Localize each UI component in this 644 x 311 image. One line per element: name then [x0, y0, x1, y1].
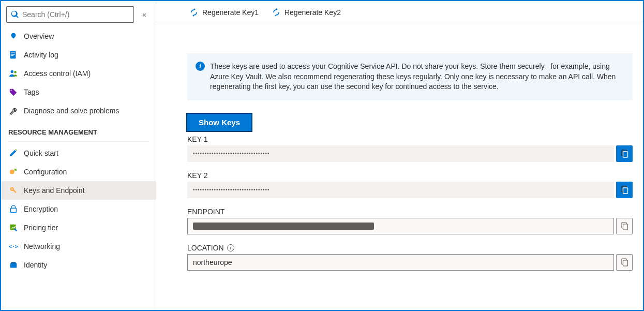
- refresh-icon: [190, 8, 198, 17]
- search-input[interactable]: [6, 6, 134, 23]
- endpoint-value[interactable]: [187, 218, 614, 234]
- refresh-icon: [272, 8, 280, 17]
- access-control-icon: [8, 68, 19, 79]
- sidebar-item-activity-log[interactable]: Activity log: [1, 46, 156, 64]
- search-icon: [11, 10, 19, 19]
- diagnose-icon: [8, 106, 19, 116]
- svg-rect-15: [11, 262, 16, 264]
- key1-value[interactable]: •••••••••••••••••••••••••••••••••: [187, 145, 614, 162]
- sidebar-item-label: Configuration: [24, 168, 67, 176]
- sidebar-item-label: Networking: [24, 242, 60, 250]
- svg-rect-14: [10, 263, 17, 268]
- svg-rect-17: [623, 152, 628, 157]
- key1-label: KEY 1: [187, 135, 633, 143]
- svg-rect-1: [11, 53, 15, 53]
- key2-field: KEY 2 •••••••••••••••••••••••••••••••••: [187, 171, 633, 198]
- key2-label: KEY 2: [187, 171, 633, 180]
- sidebar-item-label: Tags: [24, 88, 39, 96]
- info-icon[interactable]: i: [227, 244, 234, 251]
- sidebar-item-access-control[interactable]: Access control (IAM): [1, 64, 156, 83]
- identity-icon: [8, 260, 19, 270]
- overview-icon: [8, 31, 19, 41]
- copy-icon: [620, 258, 628, 266]
- copy-key2-button[interactable]: [616, 182, 633, 198]
- configuration-icon: [8, 167, 19, 177]
- svg-text:<·>: <·>: [9, 244, 18, 249]
- svg-point-6: [10, 90, 11, 91]
- svg-rect-19: [623, 188, 628, 194]
- svg-point-7: [10, 170, 14, 174]
- sidebar-divider: [8, 141, 148, 142]
- svg-point-9: [11, 188, 12, 189]
- sidebar-item-label: Diagnose and solve problems: [24, 107, 119, 115]
- regenerate-key2-button[interactable]: Regenerate Key2: [272, 8, 341, 17]
- location-field: LOCATION i northeurope: [187, 244, 633, 271]
- sidebar-item-label: Activity log: [24, 51, 58, 59]
- svg-rect-21: [623, 224, 628, 230]
- sidebar-item-quick-start[interactable]: Quick start: [1, 144, 156, 162]
- activity-log-icon: [8, 50, 19, 60]
- sidebar-item-label: Identity: [24, 261, 47, 269]
- key2-value[interactable]: •••••••••••••••••••••••••••••••••: [187, 182, 614, 198]
- copy-location-button[interactable]: [616, 254, 633, 271]
- sidebar-item-overview[interactable]: Overview: [1, 27, 156, 46]
- sidebar-item-label: Overview: [24, 32, 54, 40]
- endpoint-field: ENDPOINT: [187, 208, 633, 234]
- sidebar-item-identity[interactable]: Identity: [1, 256, 156, 274]
- info-text: These keys are used to access your Cogni…: [210, 62, 622, 92]
- sidebar-item-label: Quick start: [24, 149, 58, 157]
- pricing-icon: [8, 223, 19, 233]
- tags-icon: [8, 87, 19, 97]
- redacted-text: [193, 223, 374, 230]
- copy-key1-button[interactable]: [616, 145, 633, 162]
- endpoint-label: ENDPOINT: [187, 208, 633, 216]
- networking-icon: <·>: [8, 241, 19, 251]
- sidebar-item-keys-endpoint[interactable]: Keys and Endpoint: [1, 181, 156, 200]
- sidebar-item-diagnose[interactable]: Diagnose and solve problems: [1, 101, 156, 120]
- svg-point-5: [14, 71, 17, 73]
- svg-rect-10: [13, 189, 17, 193]
- location-label: LOCATION i: [187, 244, 633, 252]
- toolbar-label: Regenerate Key1: [202, 8, 259, 17]
- sidebar-item-encryption[interactable]: Encryption: [1, 200, 156, 218]
- sidebar: « Overview Activity log Access control (…: [1, 1, 156, 310]
- svg-rect-3: [11, 55, 14, 56]
- main-content: Regenerate Key1 Regenerate Key2 i These …: [156, 1, 643, 310]
- copy-icon: [620, 150, 628, 158]
- show-keys-button[interactable]: Show Keys: [187, 114, 251, 131]
- copy-icon: [620, 222, 628, 230]
- toolbar: Regenerate Key1 Regenerate Key2: [156, 1, 643, 22]
- sidebar-item-label: Keys and Endpoint: [24, 186, 85, 195]
- regenerate-key1-button[interactable]: Regenerate Key1: [190, 8, 259, 17]
- sidebar-scroll[interactable]: Overview Activity log Access control (IA…: [1, 27, 156, 310]
- sidebar-header: «: [1, 1, 156, 27]
- toolbar-label: Regenerate Key2: [284, 8, 341, 17]
- sidebar-item-pricing-tier[interactable]: Pricing tier: [1, 218, 156, 237]
- info-banner: i These keys are used to access your Cog…: [187, 53, 633, 100]
- sidebar-item-label: Encryption: [24, 205, 58, 213]
- sidebar-item-label: Access control (IAM): [24, 69, 91, 78]
- keys-icon: [8, 185, 19, 196]
- copy-icon: [620, 186, 628, 194]
- svg-rect-23: [623, 260, 628, 266]
- copy-endpoint-button[interactable]: [616, 218, 633, 234]
- collapse-sidebar-button[interactable]: «: [138, 10, 151, 19]
- sidebar-item-label: Pricing tier: [24, 224, 58, 232]
- sidebar-section-resource-mgmt: RESOURCE MANAGEMENT: [1, 120, 156, 139]
- sidebar-item-configuration[interactable]: Configuration: [1, 162, 156, 181]
- info-icon: i: [196, 62, 205, 71]
- sidebar-item-tags[interactable]: Tags: [1, 83, 156, 101]
- svg-point-4: [11, 70, 13, 73]
- content-area: i These keys are used to access your Cog…: [156, 22, 643, 310]
- quick-start-icon: [8, 148, 19, 158]
- location-value[interactable]: northeurope: [187, 254, 614, 271]
- search-text[interactable]: [22, 10, 129, 19]
- encryption-icon: [8, 204, 19, 214]
- sidebar-item-networking[interactable]: <·> Networking: [1, 237, 156, 256]
- key1-field: KEY 1 •••••••••••••••••••••••••••••••••: [187, 135, 633, 162]
- svg-rect-0: [10, 51, 16, 58]
- svg-rect-11: [11, 208, 17, 212]
- svg-rect-2: [11, 54, 15, 54]
